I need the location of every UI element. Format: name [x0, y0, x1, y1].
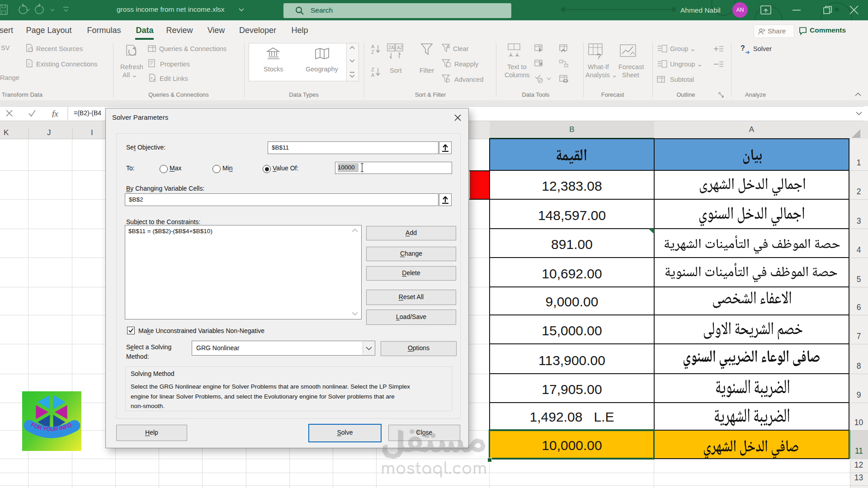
svg-text:Z: Z [371, 49, 374, 55]
svg-text:ZA: ZA [388, 45, 394, 50]
svg-text:?: ? [741, 44, 745, 52]
svg-text:A: A [371, 72, 375, 78]
svg-text:fx: fx [52, 109, 58, 117]
svg-text:AZ: AZ [397, 45, 403, 50]
svg-text:Z: Z [371, 67, 374, 72]
svg-text:A: A [371, 44, 375, 49]
svg-text:?: ? [597, 53, 601, 61]
